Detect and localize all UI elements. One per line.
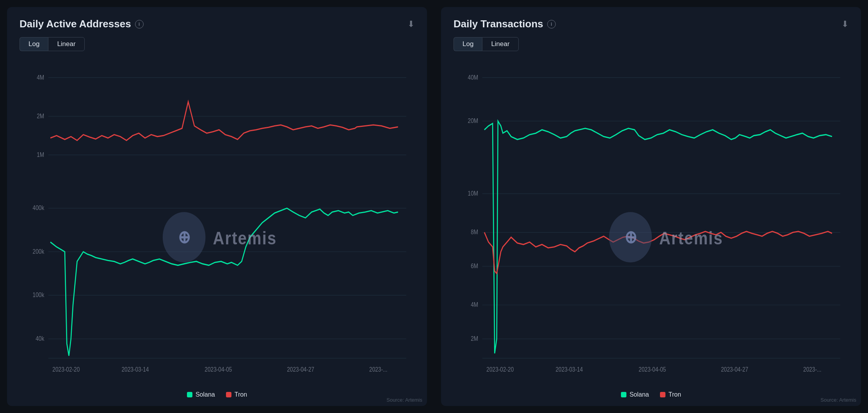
svg-text:Artemis: Artemis: [659, 228, 723, 248]
panel2-source: Source: Artemis: [820, 397, 856, 403]
svg-text:2023-04-05: 2023-04-05: [639, 366, 666, 373]
panel2-title-text: Daily Transactions: [454, 18, 543, 30]
solana-legend-dot: [187, 392, 192, 397]
svg-text:40k: 40k: [36, 335, 44, 342]
svg-text:8M: 8M: [471, 228, 478, 235]
svg-text:4M: 4M: [37, 73, 44, 80]
svg-text:2M: 2M: [471, 335, 478, 342]
daily-transactions-panel: Daily Transactions i ⬇ Log Linear 40M 20…: [441, 7, 861, 406]
svg-text:4M: 4M: [471, 301, 478, 308]
svg-text:2023-03-14: 2023-03-14: [121, 366, 149, 373]
panel2-info-icon[interactable]: i: [547, 20, 556, 28]
panel1-chart-svg: 4M 2M 1M 400k 200k 100k 40k 2023-02-20 2…: [20, 58, 414, 387]
tron-legend-dot: [226, 392, 231, 397]
svg-text:200k: 200k: [33, 248, 44, 255]
solana-legend-label: Solana: [196, 391, 215, 398]
svg-text:2023-04-27: 2023-04-27: [287, 366, 314, 373]
panel1-tron-legend: Tron: [226, 391, 247, 398]
panel2-tron-legend-label: Tron: [669, 391, 681, 398]
panel2-legend: Solana Tron: [454, 391, 848, 398]
svg-text:2023-...: 2023-...: [369, 366, 387, 373]
panel1-download-icon[interactable]: ⬇: [407, 19, 414, 29]
panel2-log-button[interactable]: Log: [454, 37, 482, 51]
panel1-info-icon[interactable]: i: [135, 20, 144, 28]
tron-line: [50, 102, 398, 141]
panel2-chart-svg: 40M 20M 10M 8M 6M 4M 2M 2023-02-20 2023-…: [454, 58, 848, 387]
panel2-chart-area: 40M 20M 10M 8M 6M 4M 2M 2023-02-20 2023-…: [454, 58, 848, 387]
svg-text:10M: 10M: [468, 190, 478, 197]
svg-text:40M: 40M: [468, 73, 478, 80]
panel1-linear-button[interactable]: Linear: [48, 37, 84, 51]
svg-text:2023-02-20: 2023-02-20: [52, 366, 80, 373]
svg-text:1M: 1M: [37, 151, 44, 158]
panel2-tron-legend: Tron: [660, 391, 681, 398]
panel2-toggle-group: Log Linear: [454, 37, 848, 51]
panel2-download-icon[interactable]: ⬇: [841, 19, 848, 29]
panel1-title: Daily Active Addresses i: [20, 18, 144, 30]
panel1-header: Daily Active Addresses i ⬇: [20, 18, 414, 30]
panel1-title-text: Daily Active Addresses: [20, 18, 131, 30]
panel1-chart-area: 4M 2M 1M 400k 200k 100k 40k 2023-02-20 2…: [20, 58, 414, 387]
svg-text:2M: 2M: [37, 112, 44, 119]
daily-active-addresses-panel: Daily Active Addresses i ⬇ Log Linear 4M…: [7, 7, 427, 406]
tron-legend-label: Tron: [235, 391, 247, 398]
panel2-header: Daily Transactions i ⬇: [454, 18, 848, 30]
svg-text:100k: 100k: [33, 291, 44, 298]
svg-text:2023-02-20: 2023-02-20: [486, 366, 514, 373]
panel1-toggle-group: Log Linear: [20, 37, 414, 51]
svg-text:2023-...: 2023-...: [803, 366, 821, 373]
svg-text:⊕: ⊕: [624, 228, 637, 247]
tron-transactions-line: [484, 231, 832, 274]
panel2-solana-legend-dot: [621, 392, 626, 397]
svg-text:2023-04-27: 2023-04-27: [721, 366, 748, 373]
panel2-solana-legend-label: Solana: [630, 391, 649, 398]
panel1-legend: Solana Tron: [20, 391, 414, 398]
panel2-tron-legend-dot: [660, 392, 665, 397]
panel2-linear-button[interactable]: Linear: [482, 37, 518, 51]
svg-text:20M: 20M: [468, 117, 478, 124]
svg-text:2023-03-14: 2023-03-14: [555, 366, 583, 373]
panel1-solana-legend: Solana: [187, 391, 215, 398]
svg-text:400k: 400k: [33, 204, 44, 211]
panel2-title: Daily Transactions i: [454, 18, 556, 30]
svg-text:2023-04-05: 2023-04-05: [205, 366, 232, 373]
svg-text:6M: 6M: [471, 262, 478, 269]
svg-text:Artemis: Artemis: [213, 228, 277, 248]
panel1-source: Source: Artemis: [386, 397, 422, 403]
panel2-solana-legend: Solana: [621, 391, 649, 398]
svg-text:⊕: ⊕: [178, 228, 190, 247]
panel1-log-button[interactable]: Log: [20, 37, 48, 51]
